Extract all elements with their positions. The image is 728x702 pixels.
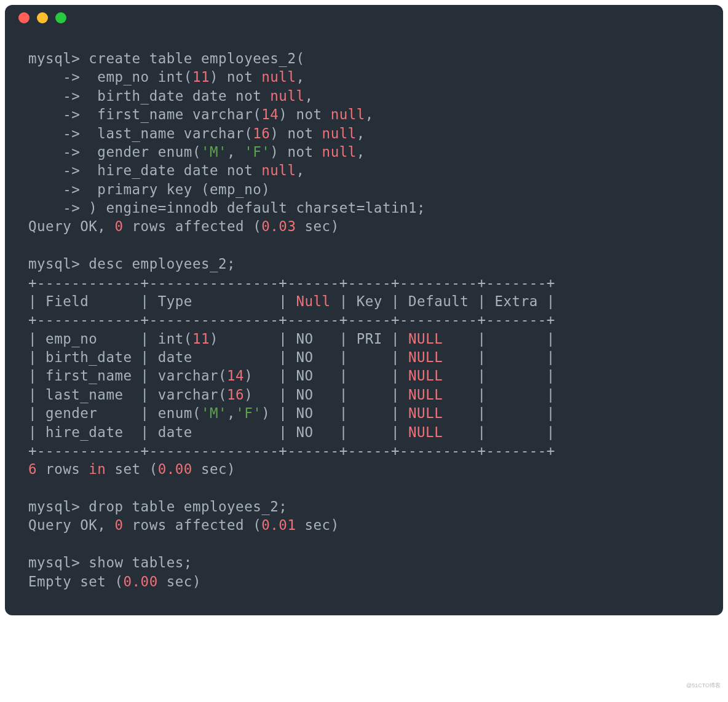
result-text: sec): [296, 517, 339, 533]
result-text: sec): [296, 218, 339, 234]
terminal-window: mysql> create table employees_2( -> emp_…: [5, 5, 723, 615]
table-row: ) | NO | |: [261, 405, 408, 421]
table-row: | birth_date | date | NO | |: [28, 349, 408, 365]
table-row: ) | NO | |: [244, 387, 408, 403]
table-row: | hire_date | date | NO | |: [28, 424, 408, 440]
sql-text: ) not: [270, 144, 322, 160]
cont-prompt: ->: [28, 125, 80, 141]
sql-text: ) not: [270, 125, 322, 141]
table-row: | first_name | varchar(: [28, 368, 227, 384]
null-value: NULL: [408, 405, 443, 421]
result-text: Query OK,: [28, 517, 114, 533]
number: 16: [227, 387, 244, 403]
number: 0.01: [261, 517, 296, 533]
number: 0.00: [124, 574, 158, 590]
string: 'M': [201, 405, 227, 421]
result-text: Query OK,: [28, 218, 114, 234]
null-value: NULL: [408, 349, 443, 365]
table-border: +------------+---------------+------+---…: [28, 275, 555, 291]
table-row: ) | NO | |: [244, 368, 408, 384]
sql-text: drop table employees_2;: [80, 499, 287, 515]
string: 'M': [201, 144, 227, 160]
table-row: | |: [443, 368, 555, 384]
table-row: | |: [443, 424, 555, 440]
sql-text: desc employees_2;: [80, 256, 235, 272]
keyword-null: null: [331, 106, 365, 122]
close-icon[interactable]: [18, 12, 30, 23]
sql-text: hire_date date not: [80, 162, 261, 178]
keyword-null: null: [322, 144, 357, 160]
table-border: +------------+---------------+------+---…: [28, 312, 555, 328]
number: 11: [192, 331, 210, 347]
terminal-output[interactable]: mysql> create table employees_2( -> emp_…: [5, 31, 723, 591]
string: 'F': [244, 144, 270, 160]
number: 14: [227, 368, 244, 384]
keyword-null: null: [270, 88, 304, 104]
keyword-null: null: [261, 69, 296, 85]
number: 0: [114, 218, 123, 234]
result-text: Empty set (: [28, 574, 124, 590]
number: 14: [261, 106, 279, 122]
sql-text: ,: [227, 144, 244, 160]
number: 16: [253, 125, 270, 141]
table-row: ,: [227, 405, 235, 421]
table-header-null: Null: [296, 293, 330, 309]
number: 0.00: [158, 461, 192, 477]
sql-text: ) not: [210, 69, 261, 85]
number: 6: [28, 461, 37, 477]
minimize-icon[interactable]: [37, 12, 48, 23]
result-text: sec): [192, 461, 235, 477]
prompt: mysql>: [28, 554, 80, 570]
watermark: @51CTO博客: [686, 682, 721, 690]
window-titlebar: [5, 5, 723, 31]
sql-text: show tables;: [80, 554, 192, 570]
table-row: | last_name | varchar(: [28, 387, 227, 403]
cont-prompt: ->: [28, 144, 80, 160]
table-row: | emp_no | int(: [28, 331, 192, 347]
null-value: NULL: [408, 387, 443, 403]
keyword-null: null: [261, 162, 296, 178]
table-row: | |: [443, 331, 555, 347]
sql-text: ,: [365, 106, 374, 122]
sql-text: ) engine=innodb default charset=latin1;: [80, 200, 425, 216]
number: 0: [114, 517, 123, 533]
table-border: +------------+---------------+------+---…: [28, 443, 555, 459]
number: 11: [192, 69, 210, 85]
maximize-icon[interactable]: [55, 12, 66, 23]
result-text: rows affected (: [124, 218, 262, 234]
sql-text: create table employees_2(: [80, 50, 304, 66]
null-value: NULL: [408, 368, 443, 384]
table-row: | gender | enum(: [28, 405, 201, 421]
cont-prompt: ->: [28, 106, 80, 122]
result-text: sec): [158, 574, 201, 590]
sql-text: emp_no int(: [80, 69, 192, 85]
table-row: | |: [443, 387, 555, 403]
table-header: | Field | Type |: [28, 293, 296, 309]
table-row: | |: [443, 349, 555, 365]
number: 0.03: [261, 218, 296, 234]
sql-text: ,: [296, 69, 304, 85]
result-text: set (: [106, 461, 157, 477]
sql-text: ,: [357, 144, 365, 160]
cont-prompt: ->: [28, 69, 80, 85]
sql-text: ,: [357, 125, 365, 141]
table-header: | Key | Default | Extra |: [331, 293, 555, 309]
result-text: rows: [37, 461, 89, 477]
cont-prompt: ->: [28, 200, 80, 216]
prompt: mysql>: [28, 256, 80, 272]
cont-prompt: ->: [28, 162, 80, 178]
sql-text: last_name varchar(: [80, 125, 253, 141]
null-value: NULL: [408, 424, 443, 440]
table-row: ) | NO | PRI |: [210, 331, 408, 347]
sql-text: first_name varchar(: [80, 106, 261, 122]
sql-text: primary key (emp_no): [80, 181, 270, 197]
sql-text: birth_date date not: [80, 88, 270, 104]
sql-text: ,: [296, 162, 304, 178]
sql-text: ) not: [279, 106, 330, 122]
prompt: mysql>: [28, 50, 80, 66]
sql-text: ,: [304, 88, 313, 104]
null-value: NULL: [408, 331, 443, 347]
sql-text: gender enum(: [80, 144, 201, 160]
cont-prompt: ->: [28, 181, 80, 197]
keyword-null: null: [322, 125, 357, 141]
